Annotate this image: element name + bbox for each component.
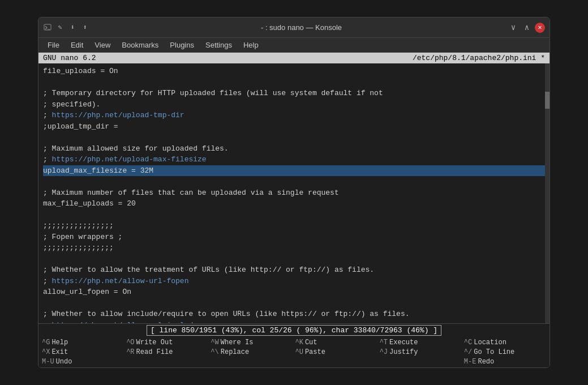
- editor-area: GNU nano 6.2 /etc/php/8.1/apache2/php.in…: [38, 53, 550, 367]
- menu-settings[interactable]: Settings: [201, 40, 237, 50]
- shortcut-empty2: [209, 357, 294, 366]
- minimize-button[interactable]: ∧: [521, 22, 533, 33]
- shortcut-gotoline[interactable]: ^/ Go To Line: [463, 348, 547, 357]
- line-3: ; Temporary directory for HTTP uploaded …: [43, 88, 545, 99]
- shortcut-cut[interactable]: ^K Cut: [294, 338, 379, 347]
- konsole-window: ✎ ⬇ ⬆ - : sudo nano — Konsole ∨ ∧ ✕ File…: [38, 17, 550, 368]
- title-bar-icons: ✎ ⬇ ⬆: [43, 23, 89, 32]
- collapse-button[interactable]: ∨: [508, 22, 519, 33]
- line-15: ;;;;;;;;;;;;;;;;: [43, 220, 545, 232]
- line-4: ; specified).: [43, 99, 545, 110]
- line-5: ; https://php.net/upload-tmp-dir: [43, 110, 545, 121]
- scrollbar[interactable]: [545, 63, 550, 323]
- shortcut-justify[interactable]: ^J Justify: [379, 348, 463, 357]
- shortcut-empty3: [294, 357, 379, 366]
- line-20: ; https://php.net/allow-url-fopen: [43, 276, 545, 287]
- shortcut-location[interactable]: ^C Location: [463, 338, 547, 347]
- window-controls: ∨ ∧ ✕: [508, 22, 545, 33]
- shortcut-redo[interactable]: M-E Redo: [463, 357, 547, 366]
- edit-icon[interactable]: ✎: [55, 23, 65, 32]
- shortcut-replace[interactable]: ^\ Replace: [209, 348, 294, 357]
- file-path: /etc/php/8.1/apache2/php.ini *: [413, 54, 545, 62]
- shortcut-readfile[interactable]: ^R Read File: [125, 348, 209, 357]
- shortcut-empty4: [379, 357, 463, 366]
- shortcut-bar: ^G Help ^O Write Out ^W Where Is ^K Cut …: [38, 337, 550, 367]
- nano-version: GNU nano 6.2: [43, 54, 96, 62]
- shortcut-execute[interactable]: ^T Execute: [379, 338, 463, 347]
- detach-icon[interactable]: ⬇: [68, 23, 77, 32]
- shortcut-undo[interactable]: M-U Undo: [41, 357, 125, 366]
- line-11: [43, 176, 545, 187]
- shortcut-empty1: [125, 357, 209, 366]
- status-bar: [ line 850/1951 (43%), col 25/26 ( 96%),…: [38, 323, 550, 337]
- shortcut-exit[interactable]: ^X Exit: [41, 348, 125, 357]
- editor-content[interactable]: file_uploads = On ; Temporary directory …: [38, 63, 550, 323]
- menu-bookmarks[interactable]: Bookmarks: [117, 40, 163, 50]
- shortcut-paste[interactable]: ^U Paste: [294, 348, 379, 357]
- menu-view[interactable]: View: [90, 40, 115, 50]
- line-14: [43, 209, 545, 221]
- line-17: ;;;;;;;;;;;;;;;;: [43, 242, 545, 254]
- line-24: ; https://php.net/allow-url-include: [43, 320, 545, 324]
- expand-icon[interactable]: ⬆: [80, 23, 89, 32]
- line-19: ; Whether to allow the treatment of URLs…: [43, 264, 545, 276]
- line-9: ; https://php.net/upload-max-filesize: [43, 154, 545, 165]
- line-16: ; Fopen wrappers ;: [43, 232, 545, 243]
- line-13: max_file_uploads = 20: [43, 198, 545, 209]
- shortcut-whereis[interactable]: ^W Where Is: [209, 338, 294, 347]
- line-23: ; Whether to allow include/require to op…: [43, 309, 545, 320]
- line-22: [43, 298, 545, 309]
- line-8: ; Maximum allowed size for uploaded file…: [43, 143, 545, 155]
- menu-plugins[interactable]: Plugins: [165, 40, 199, 50]
- status-text: [ line 850/1951 (43%), col 25/26 ( 96%),…: [147, 325, 441, 336]
- shortcut-help[interactable]: ^G Help: [41, 338, 125, 347]
- line-21: allow_url_fopen = On: [43, 286, 545, 298]
- nano-header: GNU nano 6.2 /etc/php/8.1/apache2/php.in…: [38, 53, 550, 63]
- menu-help[interactable]: Help: [239, 40, 263, 50]
- line-2: [43, 77, 545, 88]
- terminal-icon: [43, 23, 52, 32]
- title-bar: ✎ ⬇ ⬆ - : sudo nano — Konsole ∨ ∧ ✕: [38, 18, 550, 38]
- line-12: ; Maximum number of files that can be up…: [43, 187, 545, 199]
- line-7: [43, 132, 545, 143]
- line-1: file_uploads = On: [43, 66, 545, 77]
- line-10: upload_max_filesize = 32M: [43, 165, 545, 177]
- line-18: [43, 254, 545, 265]
- menu-bar: File Edit View Bookmarks Plugins Setting…: [38, 38, 550, 53]
- line-6: ;upload_tmp_dir =: [43, 121, 545, 132]
- shortcut-writeout[interactable]: ^O Write Out: [125, 338, 209, 347]
- close-button[interactable]: ✕: [535, 23, 545, 33]
- window-title: - : sudo nano — Konsole: [95, 23, 508, 32]
- scrollbar-thumb[interactable]: [545, 92, 550, 109]
- menu-file[interactable]: File: [43, 40, 64, 50]
- menu-edit[interactable]: Edit: [66, 40, 88, 50]
